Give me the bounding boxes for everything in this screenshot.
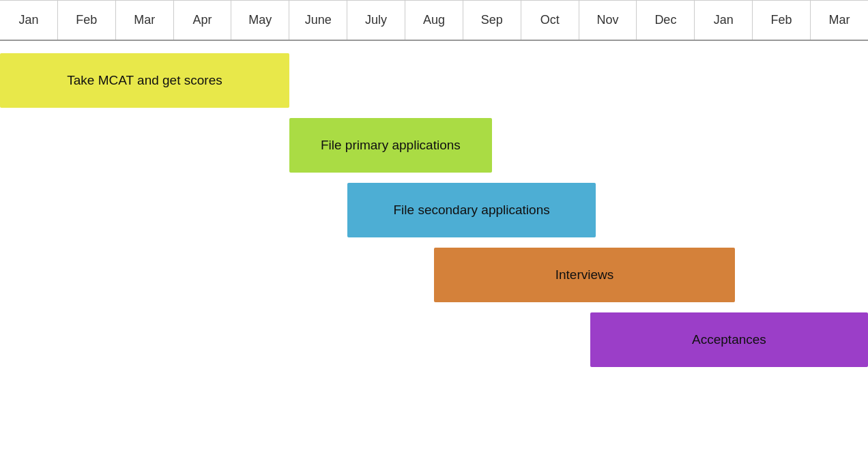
month-cell-jan-0: Jan — [0, 1, 58, 40]
month-cell-june-5: June — [289, 1, 347, 40]
timeline-header: JanFebMarAprMayJuneJulyAugSepOctNovDecJa… — [0, 0, 868, 41]
gantt-bar-primary: File primary applications — [289, 118, 492, 173]
month-cell-feb-13: Feb — [753, 1, 811, 40]
month-cell-jan-12: Jan — [695, 1, 753, 40]
gantt-chart: JanFebMarAprMayJuneJulyAugSepOctNovDecJa… — [0, 0, 868, 468]
gantt-bar-label-secondary: File secondary applications — [394, 203, 550, 218]
gantt-row-acceptances: Acceptances — [0, 307, 868, 372]
gantt-bar-label-acceptances: Acceptances — [692, 332, 766, 347]
month-cell-feb-1: Feb — [58, 1, 116, 40]
month-cell-dec-11: Dec — [637, 1, 695, 40]
gantt-bar-interviews: Interviews — [434, 248, 735, 302]
month-cell-apr-3: Apr — [174, 1, 232, 40]
gantt-row-interviews: Interviews — [0, 242, 868, 307]
month-cell-july-6: July — [347, 1, 405, 40]
gantt-bar-acceptances: Acceptances — [590, 312, 868, 367]
month-cell-mar-14: Mar — [811, 1, 868, 40]
gantt-bar-label-mcat: Take MCAT and get scores — [67, 73, 222, 88]
gantt-row-secondary: File secondary applications — [0, 177, 868, 242]
month-cell-aug-7: Aug — [405, 1, 463, 40]
month-cell-nov-10: Nov — [579, 1, 637, 40]
month-cell-sep-8: Sep — [463, 1, 521, 40]
gantt-bar-label-interviews: Interviews — [555, 267, 614, 282]
month-cell-mar-2: Mar — [116, 1, 174, 40]
gantt-bar-mcat: Take MCAT and get scores — [0, 53, 289, 108]
gantt-bar-label-primary: File primary applications — [321, 138, 461, 153]
month-cell-oct-9: Oct — [521, 1, 579, 40]
gantt-row-mcat: Take MCAT and get scores — [0, 48, 868, 113]
gantt-row-primary: File primary applications — [0, 113, 868, 177]
gantt-area: Take MCAT and get scoresFile primary app… — [0, 41, 868, 379]
gantt-bar-secondary: File secondary applications — [347, 183, 596, 237]
month-cell-may-4: May — [231, 1, 289, 40]
